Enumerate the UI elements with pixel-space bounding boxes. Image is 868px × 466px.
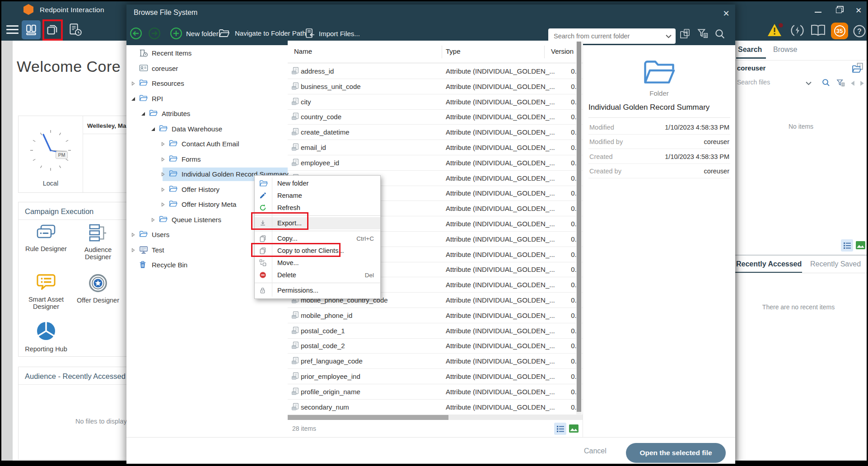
clock-zone-label: Local: [19, 180, 83, 187]
table-row[interactable]: create_datetimeAttribute (INDIVIDUAL_GOL…: [288, 125, 583, 140]
home-layout-button[interactable]: [22, 20, 41, 39]
thumbnail-view-icon[interactable]: [569, 424, 579, 433]
column-header-name[interactable]: Name: [294, 47, 312, 55]
table-row[interactable]: business_unit_codeAttribute (INDIVIDUAL_…: [288, 79, 583, 94]
cell-version: 0.1: [541, 388, 580, 396]
tree-item-contact-auth-email[interactable]: Contact Auth Email: [126, 137, 288, 151]
dialog-close-icon[interactable]: ✕: [720, 7, 733, 20]
collapse-arrow-icon[interactable]: [141, 112, 145, 116]
notification-count-badge[interactable]: 35: [831, 23, 848, 39]
table-row[interactable]: address_idAttribute (INDIVIDUAL_GOLDEN_.…: [288, 64, 583, 79]
menu-item-new-folder[interactable]: New folder: [255, 177, 380, 190]
window-close-button[interactable]: ✕: [853, 5, 864, 16]
forward-button[interactable]: [148, 27, 161, 40]
list-view-icon[interactable]: [841, 239, 853, 252]
menu-item-export[interactable]: Export...: [255, 217, 380, 229]
horizontal-scrollbar-thumb[interactable]: [288, 415, 448, 420]
menu-item-refresh[interactable]: Refresh: [255, 202, 380, 214]
tab-recently-accessed[interactable]: Recently Accessed: [736, 260, 802, 268]
menu-item-permissions[interactable]: Permissions...: [255, 284, 380, 297]
filter-icon[interactable]: [836, 79, 845, 87]
cell-version: 0.1: [541, 189, 580, 197]
navigate-folder-path-button[interactable]: Navigate to Folder Path: [219, 28, 306, 38]
tab-search[interactable]: Search: [738, 46, 762, 54]
search-icon[interactable]: [822, 79, 830, 87]
main-menu-icon[interactable]: [6, 25, 19, 35]
menu-item-copy-to-other-clients[interactable]: Copy to other Clients...: [255, 245, 380, 257]
table-row[interactable]: postal_code_1Attribute (INDIVIDUAL_GOLDE…: [288, 323, 583, 339]
menu-item-move[interactable]: Move...: [255, 257, 380, 269]
browse-files-button[interactable]: [43, 20, 62, 39]
tree-item-data-warehouse[interactable]: Data Warehouse: [126, 122, 288, 136]
tree-item-rpi[interactable]: RPI: [126, 92, 288, 106]
app-tile-offer-designer[interactable]: Offer Designer: [73, 274, 123, 304]
reporting-hub-icon: [36, 321, 56, 341]
window-minimize-button[interactable]: [812, 5, 824, 16]
folder-copy-icon[interactable]: [852, 62, 864, 74]
help-icon[interactable]: ?: [853, 24, 866, 38]
collapse-arrow-icon[interactable]: [131, 97, 135, 101]
import-files-button[interactable]: Import Files...: [304, 28, 360, 39]
collapse-arrow-icon[interactable]: [151, 127, 155, 131]
tree-item-coreuser[interactable]: coreuser: [126, 62, 288, 75]
table-row[interactable]: employee_idAttribute (INDIVIDUAL_GOLDEN_…: [288, 155, 583, 171]
expand-arrow-icon[interactable]: [131, 81, 135, 86]
app-tile-reporting-hub[interactable]: Reporting Hub: [21, 321, 71, 353]
expand-arrow-icon[interactable]: [161, 157, 165, 162]
open-selected-file-button[interactable]: Open the selected file: [626, 443, 726, 463]
chevron-down-icon[interactable]: [806, 81, 812, 85]
menu-item-delete[interactable]: DeleteDel: [255, 269, 380, 281]
search-icon[interactable]: [715, 29, 725, 39]
app-tile-audience-designer[interactable]: Audience Designer: [73, 224, 123, 261]
vertical-scrollbar-thumb[interactable]: [577, 42, 581, 412]
thumbnail-view-icon[interactable]: [855, 241, 866, 250]
tab-browse[interactable]: Browse: [773, 46, 797, 54]
previous-result-icon[interactable]: [850, 80, 855, 86]
table-row[interactable]: country_codeAttribute (INDIVIDUAL_GOLDEN…: [288, 109, 583, 125]
tree-item-recent-items[interactable]: Recent Items: [126, 47, 288, 60]
cancel-button[interactable]: Cancel: [584, 447, 607, 455]
expand-arrow-icon[interactable]: [151, 218, 155, 222]
active-tab-underline: [736, 57, 766, 59]
details-field-row: Created bycoreuser: [588, 164, 730, 178]
table-row[interactable]: pref_language_codeAttribute (INDIVIDUAL_…: [288, 354, 583, 369]
tree-item-attributes[interactable]: Attributes: [126, 107, 288, 121]
expand-arrow-icon[interactable]: [161, 187, 165, 192]
expand-arrow-icon[interactable]: [131, 233, 135, 237]
table-row[interactable]: cityAttribute (INDIVIDUAL_GOLDEN_...0.1: [288, 94, 583, 110]
tree-item-resources[interactable]: Resources: [126, 77, 288, 90]
list-view-icon[interactable]: [554, 423, 566, 435]
documentation-book-icon[interactable]: [810, 24, 826, 37]
app-tile-rule-designer[interactable]: Rule Designer: [21, 224, 71, 253]
table-row[interactable]: postal_code_2Attribute (INDIVIDUAL_GOLDE…: [288, 338, 583, 354]
table-row[interactable]: profile_origin_nameAttribute (INDIVIDUAL…: [288, 384, 583, 400]
table-row[interactable]: mobile_phone_idAttribute (INDIVIDUAL_GOL…: [288, 308, 583, 323]
menu-item-rename[interactable]: Rename: [255, 190, 380, 202]
next-result-icon[interactable]: [860, 80, 865, 86]
divider: [588, 117, 730, 118]
column-header-type[interactable]: Type: [446, 47, 461, 55]
expand-arrow-icon[interactable]: [131, 248, 135, 252]
tree-item-forms[interactable]: Forms: [126, 153, 288, 166]
window-maximize-button[interactable]: [833, 5, 845, 16]
connection-status-icon[interactable]: [790, 24, 804, 37]
column-header-version[interactable]: Version: [551, 47, 574, 55]
table-row[interactable]: secondary_numAttribute (INDIVIDUAL_GOLDE…: [288, 400, 583, 415]
copy-items-icon[interactable]: [679, 28, 691, 39]
table-row[interactable]: email_idAttribute (INDIVIDUAL_GOLDEN_...…: [288, 140, 583, 155]
new-folder-button[interactable]: New folder: [170, 27, 219, 40]
alerts-warning-icon[interactable]: [767, 22, 784, 37]
menu-item-copy[interactable]: Copy...Ctrl+C: [255, 233, 380, 245]
chevron-down-icon[interactable]: [666, 34, 672, 38]
app-tile-smart-asset-designer[interactable]: Smart Asset Designer: [21, 274, 71, 310]
filter-icon[interactable]: [697, 28, 708, 38]
sidebar-search-input[interactable]: [737, 79, 805, 86]
back-button[interactable]: [130, 27, 142, 40]
expand-arrow-icon[interactable]: [161, 202, 165, 207]
recent-files-button[interactable]: [66, 20, 85, 39]
expand-arrow-icon[interactable]: [161, 172, 165, 177]
tab-recently-saved[interactable]: Recently Saved: [810, 260, 861, 268]
cell-version: 0.1: [541, 357, 580, 365]
expand-arrow-icon[interactable]: [161, 142, 165, 146]
table-row[interactable]: prior_employee_indAttribute (INDIVIDUAL_…: [288, 369, 583, 384]
